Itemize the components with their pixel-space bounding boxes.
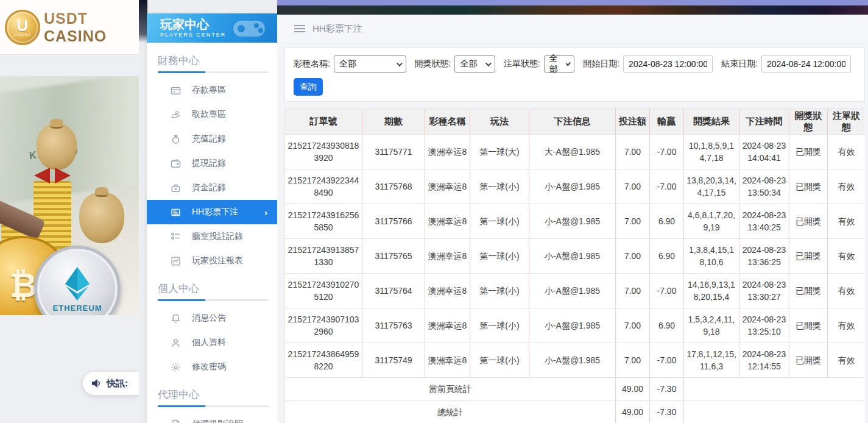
- table-cell: 7.00: [616, 343, 650, 378]
- money-bag: [79, 192, 124, 243]
- draw-status-select[interactable]: 全部: [454, 55, 495, 73]
- sidebar-item-withdraw-record[interactable]: 提現記錄: [147, 151, 277, 176]
- sidebar-item-withdraw-area[interactable]: 取款專區: [147, 102, 277, 127]
- sidebar-item-deposit-area[interactable]: 存款專區: [147, 78, 277, 102]
- menu-toggle-icon[interactable]: [294, 25, 305, 32]
- table-cell: 2024-08-23 14:04:41: [739, 135, 789, 169]
- table-cell: -7.00: [650, 343, 684, 378]
- table-cell: 小-A盤@1.985: [529, 204, 616, 239]
- lottery-name-label: 彩種名稱:: [294, 59, 330, 69]
- bag-icon: [170, 133, 181, 144]
- lottery-name-value: 全部: [339, 59, 356, 69]
- table-cell: 已開獎: [789, 204, 828, 239]
- summary-empty-cell: [684, 378, 866, 401]
- table-cell: 已開獎: [789, 239, 828, 274]
- sidebar-item-hh-lottery-bets[interactable]: HH彩票下注›: [147, 200, 277, 224]
- sidebar-item-label: 消息公告: [192, 313, 226, 324]
- table-cell: 澳洲幸运8: [425, 274, 470, 308]
- table-cell: 有效: [828, 239, 866, 274]
- table-row: 215217243913857133031175765澳洲幸运8第一球(小)小-…: [285, 239, 866, 274]
- query-button[interactable]: 查詢: [294, 78, 323, 96]
- sidebar-item-room-bet-record[interactable]: 廳室投註記錄: [147, 224, 277, 249]
- report-icon: [170, 255, 181, 266]
- table-cell: 6.90: [650, 239, 684, 274]
- start-date-label: 開始日期:: [583, 59, 619, 69]
- sidebar-item-agent-rules[interactable]: 代理規則說明: [147, 412, 277, 423]
- column-header: 投注額: [616, 109, 650, 135]
- table-cell: 2152172439071032960: [285, 308, 362, 343]
- table-cell: 已開獎: [789, 169, 828, 204]
- ticker-label: 快訊:: [107, 378, 128, 389]
- sidebar-section: 代理中心代理規則說明: [147, 383, 277, 423]
- table-cell: 有效: [828, 274, 866, 308]
- table-cell: 第一球(小): [470, 274, 529, 308]
- section-underline: [158, 405, 269, 407]
- filter-panel: 彩種名稱: 全部 開獎狀態: 全部 注單狀態: 全部 開始日期: 結束日期: 查…: [284, 48, 865, 102]
- table-cell: 17,8,1,12,15,11,6,3: [684, 343, 739, 378]
- sidebar-header: 玩家中心 PLAYERS CENTER: [147, 13, 277, 43]
- summary-bet-total: 49.00: [616, 378, 650, 401]
- table-cell: 7.00: [616, 274, 650, 308]
- table-cell: 10,1,8,5,9,14,7,18: [684, 135, 739, 169]
- table-cell: 4,6,8,1,7,20,9,19: [684, 204, 739, 239]
- table-cell: 小-A盤@1.985: [529, 239, 616, 274]
- sidebar-item-change-password[interactable]: 修改密碼: [147, 355, 277, 379]
- table-cell: 2024-08-23 13:40:25: [739, 204, 789, 239]
- sidebar-item-label: 修改密碼: [192, 361, 226, 372]
- summary-bet-total: 49.00: [616, 401, 650, 423]
- table-cell: 有效: [828, 204, 866, 239]
- table-cell: 2024-08-23 13:50:34: [739, 169, 789, 204]
- summary-row: 總統計49.00-7.30: [285, 401, 866, 423]
- order-status-label: 注單狀態:: [504, 59, 540, 69]
- table-row: 215217243910270512031175764澳洲幸运8第一球(小)小-…: [285, 274, 866, 308]
- table-cell: 小-A盤@1.985: [529, 169, 616, 204]
- table-cell: 澳洲幸运8: [425, 239, 470, 274]
- table-cell: 13,8,20,3,14,4,17,15: [684, 169, 739, 204]
- sidebar-item-label: HH彩票下注: [192, 207, 238, 218]
- sidebar-item-profile[interactable]: 個人資料: [147, 330, 277, 355]
- sidebar-section-title: 財務中心: [147, 49, 277, 71]
- table-row: 215217243930818392031175771澳洲幸运8第一球(大)大-…: [285, 135, 866, 169]
- table-cell: 已開獎: [789, 343, 828, 378]
- sidebar-item-label: 廳室投註記錄: [192, 231, 243, 242]
- wallet-icon: [170, 158, 181, 169]
- sidebar-item-announcements[interactable]: 消息公告: [147, 306, 277, 330]
- gear-icon: [170, 361, 181, 372]
- end-date-input[interactable]: [761, 55, 851, 73]
- sidebar-item-recharge-record[interactable]: 充值記錄: [147, 127, 277, 151]
- table-cell: 31175763: [362, 308, 425, 343]
- news-ticker[interactable]: 快訊:: [83, 372, 139, 395]
- brand-logo[interactable]: U CASINO USDT CASINO: [0, 0, 139, 55]
- sidebar-section-title: 代理中心: [147, 383, 277, 405]
- user-icon: [170, 337, 181, 348]
- column-header: 開獎結果: [684, 109, 739, 135]
- sidebar-item-player-bet-report[interactable]: 玩家投注報表: [147, 249, 277, 273]
- sidebar-item-label: 取款專區: [192, 109, 226, 120]
- column-header: 期數: [362, 109, 425, 135]
- table-cell: 2152172439308183920: [285, 135, 362, 169]
- table-cell: 1,5,3,2,4,11,9,18: [684, 308, 739, 343]
- lottery-name-select[interactable]: 全部: [334, 55, 406, 73]
- table-cell: 第一球(大): [470, 135, 529, 169]
- order-status-value: 全部: [549, 53, 561, 75]
- chevron-down-icon: [485, 60, 492, 66]
- page-title: HH彩票下注: [312, 23, 362, 35]
- table-cell: 已開獎: [789, 308, 828, 343]
- end-date-label: 結束日期:: [721, 59, 758, 69]
- table-cell: 6.90: [650, 204, 684, 239]
- summary-row: 當前頁統計49.00-7.30: [285, 378, 866, 401]
- start-date-input[interactable]: [623, 55, 713, 73]
- table-cell: 7.00: [616, 135, 650, 169]
- sidebar-item-label: 資金記錄: [192, 182, 226, 193]
- bitcoin-symbol: ₿: [9, 265, 37, 305]
- table-cell: 6.90: [650, 308, 684, 343]
- sidebar-item-fund-record[interactable]: 資金記錄: [147, 176, 277, 200]
- sidebar-card: 玩家中心 PLAYERS CENTER 財務中心存款專區取款專區充值記錄提現記錄…: [147, 13, 277, 423]
- left-promo-panel: KB46279 ₿ ETHEREUM: [0, 0, 139, 423]
- order-status-select[interactable]: 全部: [544, 55, 574, 73]
- table-cell: 有效: [828, 135, 866, 169]
- brand-coin-icon: U CASINO: [5, 10, 40, 45]
- table-cell: 澳洲幸运8: [425, 204, 470, 239]
- ethereum-label: ETHEREUM: [53, 304, 102, 313]
- section-underline: [158, 71, 269, 73]
